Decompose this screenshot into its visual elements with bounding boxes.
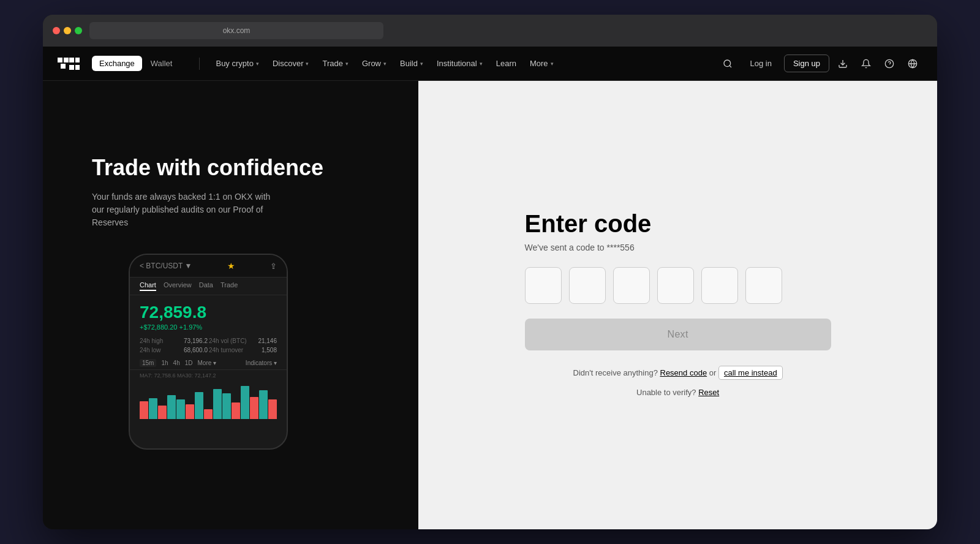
- phone-tab-data[interactable]: Data: [199, 281, 213, 291]
- signup-button[interactable]: Sign up: [784, 55, 829, 72]
- stat-vol-btc: 24h vol (BTC) 21,146: [209, 337, 277, 345]
- browser-window: Exchange Wallet Buy crypto ▾ Discover ▾ …: [43, 15, 937, 529]
- chart-area: MA7: 72,758.6 MA30: 72,147.2: [130, 370, 287, 419]
- svg-rect-3: [69, 58, 74, 62]
- code-input-3[interactable]: [613, 267, 650, 304]
- timeframe-1h[interactable]: 1h: [161, 360, 168, 366]
- code-input-1[interactable]: [525, 267, 562, 304]
- phone-back-button: < BTC/USDT ▼: [140, 262, 192, 270]
- chevron-down-icon: ▾: [383, 61, 386, 67]
- indicators-btn[interactable]: Indicators ▾: [246, 360, 277, 366]
- svg-rect-6: [75, 65, 80, 70]
- candle: [140, 401, 148, 419]
- enter-code-form: Enter code We've sent a code to ****556 …: [525, 210, 831, 401]
- chevron-down-icon: ▾: [551, 61, 554, 67]
- phone-tab-chart[interactable]: Chart: [140, 281, 156, 291]
- svg-rect-2: [61, 64, 66, 69]
- language-icon[interactable]: [903, 54, 922, 74]
- nav-divider: [199, 58, 200, 70]
- phone-tab-overview[interactable]: Overview: [164, 281, 192, 291]
- notifications-icon[interactable]: [856, 54, 876, 74]
- nav-grow[interactable]: Grow ▾: [356, 56, 393, 71]
- phone-stats: 24h high 73,196.2 24h low 68,600.0 24h v…: [130, 334, 287, 357]
- help-icon[interactable]: [880, 54, 899, 74]
- okx-logo[interactable]: [58, 58, 80, 70]
- chevron-down-icon: ▾: [345, 61, 349, 67]
- resend-text: Didn't receive anything?: [573, 368, 658, 377]
- stat-value: 73,196.2: [184, 338, 208, 344]
- svg-rect-0: [58, 58, 62, 62]
- candle: [250, 397, 258, 419]
- nav-buy-crypto[interactable]: Buy crypto ▾: [209, 56, 265, 71]
- candlestick-chart: [140, 380, 277, 419]
- svg-rect-4: [75, 58, 80, 62]
- reset-link[interactable]: Reset: [698, 388, 719, 397]
- dot-close[interactable]: [53, 27, 60, 34]
- download-icon[interactable]: [833, 54, 853, 74]
- svg-point-7: [724, 60, 731, 67]
- or-text: or: [709, 368, 717, 377]
- right-panel: Enter code We've sent a code to ****556 …: [418, 81, 937, 529]
- nav-discover[interactable]: Discover ▾: [266, 56, 315, 71]
- hero-subtitle: Your funds are always backed 1:1 on OKX …: [92, 191, 276, 229]
- stat-turnover: 24h turnover 1,508: [209, 346, 277, 354]
- browser-dots: [53, 27, 82, 34]
- form-subtitle: We've sent a code to ****556: [525, 243, 831, 252]
- tab-exchange[interactable]: Exchange: [92, 56, 142, 71]
- dot-maximize[interactable]: [75, 27, 82, 34]
- main-split: Trade with confidence Your funds are alw…: [43, 81, 937, 529]
- timeframe-1d[interactable]: 1D: [185, 360, 193, 366]
- left-panel: Trade with confidence Your funds are alw…: [43, 81, 418, 529]
- phone-tab-trade[interactable]: Trade: [221, 281, 238, 291]
- candle: [176, 399, 185, 419]
- chevron-down-icon: ▾: [306, 61, 309, 67]
- nav-links: Buy crypto ▾ Discover ▾ Trade ▾ Grow ▾ B…: [209, 56, 713, 71]
- search-button[interactable]: [718, 54, 737, 74]
- call-me-link[interactable]: call me instead: [718, 366, 783, 380]
- nav-tabs: Exchange Wallet: [92, 56, 179, 71]
- page-content: Exchange Wallet Buy crypto ▾ Discover ▾ …: [43, 47, 937, 529]
- nav-build[interactable]: Build ▾: [394, 56, 429, 71]
- code-input-4[interactable]: [657, 267, 694, 304]
- code-input-6[interactable]: [745, 267, 782, 304]
- svg-rect-5: [69, 65, 74, 70]
- phone-share-icon[interactable]: ⇪: [270, 262, 277, 271]
- candle: [232, 402, 240, 419]
- code-input-5[interactable]: [701, 267, 738, 304]
- resend-code-link[interactable]: Resend code: [660, 368, 707, 377]
- stat-label: 24h low: [140, 347, 160, 353]
- timeframe-4h[interactable]: 4h: [173, 360, 180, 366]
- phone-tabs: Chart Overview Data Trade: [130, 278, 287, 295]
- phone-favorite-icon[interactable]: ★: [227, 261, 235, 271]
- next-button[interactable]: Next: [525, 319, 831, 350]
- stat-label: 24h vol (BTC): [209, 338, 247, 344]
- svg-rect-1: [64, 58, 69, 62]
- form-title: Enter code: [525, 210, 831, 238]
- candle: [268, 399, 277, 419]
- nav-trade[interactable]: Trade ▾: [316, 56, 354, 71]
- tab-wallet[interactable]: Wallet: [143, 56, 180, 71]
- candle: [204, 409, 213, 419]
- address-bar[interactable]: [89, 22, 383, 39]
- candle: [167, 395, 176, 419]
- nav-more[interactable]: More ▾: [524, 56, 560, 71]
- login-button[interactable]: Log in: [741, 55, 780, 72]
- stat-value: 1,508: [262, 347, 277, 353]
- candle: [158, 406, 167, 419]
- timeframe-more[interactable]: More ▾: [198, 360, 217, 366]
- dot-minimize[interactable]: [64, 27, 71, 34]
- code-input-2[interactable]: [569, 267, 606, 304]
- btc-price: 72,859.8: [140, 303, 277, 322]
- timeframe-15m[interactable]: 15m: [140, 359, 156, 367]
- phone-mockup: < BTC/USDT ▼ ★ ⇪ Chart Overview Data Tra…: [129, 254, 288, 450]
- stat-label: 24h turnover: [209, 347, 243, 353]
- navbar: Exchange Wallet Buy crypto ▾ Discover ▾ …: [43, 47, 937, 81]
- browser-chrome: [43, 15, 937, 47]
- nav-institutional[interactable]: Institutional ▾: [431, 56, 489, 71]
- stat-value: 68,600.0: [184, 347, 208, 353]
- candle: [149, 398, 157, 419]
- hero-text: Trade with confidence Your funds are alw…: [92, 154, 382, 229]
- candle: [186, 404, 194, 419]
- code-input-group: [525, 267, 831, 304]
- nav-learn[interactable]: Learn: [490, 56, 522, 71]
